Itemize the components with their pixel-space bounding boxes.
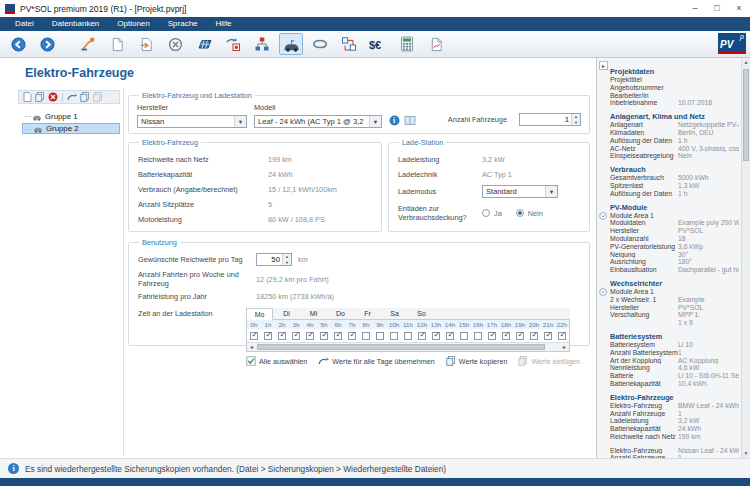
hour-checkbox-2h[interactable] bbox=[278, 332, 286, 340]
day-tab-di[interactable]: Di bbox=[273, 308, 300, 319]
delete-group-icon[interactable] bbox=[48, 92, 58, 102]
day-tab-sa[interactable]: Sa bbox=[381, 308, 408, 319]
hour-cell-1h[interactable] bbox=[261, 329, 275, 342]
tariffs-icon[interactable]: $€ bbox=[366, 33, 390, 55]
expander-icon[interactable] bbox=[599, 212, 607, 220]
hour-cell-15h[interactable] bbox=[457, 329, 471, 342]
scrollbar-thumb[interactable] bbox=[743, 69, 749, 161]
reichweite-stepper[interactable]: 50 ▲▼ bbox=[256, 253, 292, 266]
hour-scrollbar[interactable]: ◄ ► bbox=[247, 342, 569, 351]
hour-cell-5h[interactable] bbox=[317, 329, 331, 342]
hour-checkbox-5h[interactable] bbox=[320, 332, 328, 340]
hour-checkbox-13h[interactable] bbox=[432, 332, 440, 340]
open-project-icon[interactable] bbox=[134, 33, 158, 55]
hour-cell-4h[interactable] bbox=[303, 329, 317, 342]
hour-checkbox-18h[interactable] bbox=[502, 332, 510, 340]
hour-cell-2h[interactable] bbox=[275, 329, 289, 342]
chevron-down-icon[interactable]: ▼ bbox=[234, 116, 246, 127]
paste-group-icon[interactable] bbox=[93, 92, 103, 102]
new-project-icon[interactable] bbox=[105, 33, 129, 55]
anzahl-fahrzeuge-stepper[interactable]: 1 ▲▼ bbox=[519, 113, 581, 126]
hour-checkbox-12h[interactable] bbox=[418, 332, 426, 340]
hour-cell-18h[interactable] bbox=[499, 329, 513, 342]
pv-modules-icon[interactable] bbox=[192, 33, 216, 55]
forward-icon[interactable] bbox=[35, 33, 59, 55]
cabling-icon[interactable] bbox=[308, 33, 332, 55]
hour-cell-16h[interactable] bbox=[471, 329, 485, 342]
hour-checkbox-15h[interactable] bbox=[460, 332, 468, 340]
spin-down-icon[interactable]: ▼ bbox=[283, 260, 291, 266]
radio-ja[interactable] bbox=[482, 209, 490, 217]
hour-checkbox-20h[interactable] bbox=[530, 332, 538, 340]
hour-checkbox-17h[interactable] bbox=[488, 332, 496, 340]
hour-checkbox-1h[interactable] bbox=[264, 332, 272, 340]
hour-cell-21h[interactable] bbox=[541, 329, 555, 342]
copy-group-icon[interactable] bbox=[80, 92, 90, 102]
close-project-icon[interactable] bbox=[163, 33, 187, 55]
info-icon[interactable]: i bbox=[389, 115, 400, 126]
hour-checkbox-21h[interactable] bbox=[544, 332, 552, 340]
menu-datei[interactable]: Datei bbox=[6, 17, 43, 31]
close-button[interactable]: × bbox=[728, 0, 750, 17]
sidebar-scrollbar[interactable]: ▲ ▼ bbox=[741, 58, 750, 458]
sidebar-collapse-button[interactable]: ► bbox=[599, 61, 608, 70]
hour-cell-9h[interactable] bbox=[373, 329, 387, 342]
day-tab-mi[interactable]: Mi bbox=[300, 308, 327, 319]
add-group-icon[interactable] bbox=[22, 92, 32, 102]
day-tab-so[interactable]: So bbox=[408, 308, 435, 319]
duplicate-group-icon[interactable] bbox=[35, 92, 45, 102]
werte-kopieren-button[interactable]: Werte kopieren bbox=[446, 356, 508, 366]
hour-cell-17h[interactable] bbox=[485, 329, 499, 342]
simulation-icon[interactable] bbox=[395, 33, 419, 55]
hour-cell-3h[interactable] bbox=[289, 329, 303, 342]
circuit-diagram-icon[interactable] bbox=[337, 33, 361, 55]
expander-icon[interactable] bbox=[599, 288, 607, 296]
hour-cell-14h[interactable] bbox=[443, 329, 457, 342]
alle-ausw-hlen-button[interactable]: Alle auswählen bbox=[246, 356, 307, 366]
hour-checkbox-22h[interactable] bbox=[558, 332, 566, 340]
modell-select[interactable]: Leaf - 24 kWh (AC Typ 1 @ 3,2 ▼ bbox=[254, 115, 382, 128]
maximize-button[interactable]: □ bbox=[706, 0, 728, 17]
radio-nein[interactable] bbox=[516, 209, 524, 217]
chevron-down-icon[interactable]: ▼ bbox=[545, 186, 557, 197]
hour-cell-6h[interactable] bbox=[331, 329, 345, 342]
hour-checkbox-6h[interactable] bbox=[334, 332, 342, 340]
lademodus-select[interactable]: Standard ▼ bbox=[482, 185, 558, 198]
consumption-icon[interactable] bbox=[221, 33, 245, 55]
scroll-right-icon[interactable]: ► bbox=[560, 343, 569, 352]
report-icon[interactable] bbox=[424, 33, 448, 55]
day-tab-do[interactable]: Do bbox=[327, 308, 354, 319]
menu-optionen[interactable]: Optionen bbox=[108, 17, 158, 31]
scrollbar-thumb[interactable] bbox=[257, 344, 545, 350]
hour-cell-7h[interactable] bbox=[345, 329, 359, 342]
hour-cell-12h[interactable] bbox=[415, 329, 429, 342]
hour-checkbox-11h[interactable] bbox=[404, 332, 412, 340]
hour-checkbox-8h[interactable] bbox=[362, 332, 370, 340]
hersteller-select[interactable]: Nissan ▼ bbox=[137, 115, 247, 128]
hour-checkbox-14h[interactable] bbox=[446, 332, 454, 340]
minimize-button[interactable]: – bbox=[684, 0, 706, 17]
scroll-down-icon[interactable]: ▼ bbox=[742, 449, 750, 458]
day-tab-mo[interactable]: Mo bbox=[246, 308, 273, 320]
assign-group-icon[interactable] bbox=[67, 92, 77, 102]
menu-hilfe[interactable]: Hilfe bbox=[207, 17, 241, 31]
hour-checkbox-10h[interactable] bbox=[390, 332, 398, 340]
radio-nein-label[interactable]: Nein bbox=[528, 209, 543, 218]
hour-checkbox-9h[interactable] bbox=[376, 332, 384, 340]
system-plan-icon[interactable] bbox=[250, 33, 274, 55]
electric-vehicle-icon[interactable] bbox=[279, 33, 303, 55]
menu-sprache[interactable]: Sprache bbox=[159, 17, 207, 31]
tree-item-gruppe-1[interactable]: Gruppe 1 bbox=[22, 111, 120, 122]
scroll-left-icon[interactable]: ◄ bbox=[247, 343, 256, 352]
hour-checkbox-19h[interactable] bbox=[516, 332, 524, 340]
radio-ja-label[interactable]: Ja bbox=[494, 209, 502, 218]
hour-cell-8h[interactable] bbox=[359, 329, 373, 342]
spin-down-icon[interactable]: ▼ bbox=[572, 120, 580, 126]
hour-checkbox-3h[interactable] bbox=[292, 332, 300, 340]
hour-cell-10h[interactable] bbox=[387, 329, 401, 342]
hour-cell-13h[interactable] bbox=[429, 329, 443, 342]
catalog-icon[interactable] bbox=[404, 115, 416, 126]
day-tab-fr[interactable]: Fr bbox=[354, 308, 381, 319]
hour-cell-0h[interactable] bbox=[247, 329, 261, 342]
hour-checkbox-4h[interactable] bbox=[306, 332, 314, 340]
